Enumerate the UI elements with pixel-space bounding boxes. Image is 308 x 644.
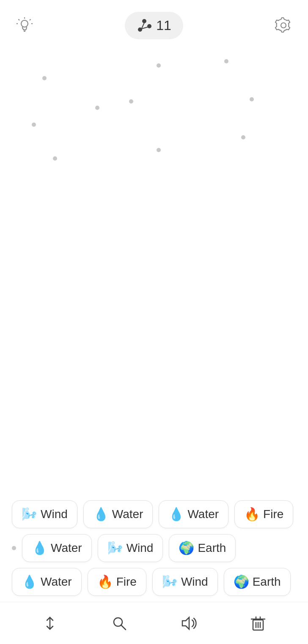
- bottom-toolbar: [0, 602, 308, 644]
- fire-label: Fire: [116, 575, 137, 589]
- card-water-0-2[interactable]: 💧Water: [159, 500, 228, 528]
- background-dot: [241, 135, 245, 139]
- card-water-2-0[interactable]: 💧Water: [12, 568, 82, 596]
- background-dot: [42, 76, 47, 80]
- sound-button[interactable]: [176, 611, 201, 636]
- wind-label: Wind: [126, 541, 154, 555]
- svg-line-16: [121, 625, 126, 630]
- card-water-1-0[interactable]: 💧Water: [22, 534, 92, 562]
- water-emoji: 💧: [22, 576, 37, 588]
- node-count-label: 11: [156, 18, 171, 33]
- cards-row-1: 💧Water🌬️Wind🌍Earth: [12, 534, 296, 562]
- search-button[interactable]: [107, 611, 132, 636]
- water-label: Water: [41, 575, 72, 589]
- card-earth-2-3[interactable]: 🌍Earth: [224, 568, 291, 596]
- card-wind-2-2[interactable]: 🌬️Wind: [152, 568, 218, 596]
- card-fire-0-3[interactable]: 🔥Fire: [234, 500, 293, 528]
- header: 11: [0, 0, 308, 51]
- wind-label: Wind: [41, 508, 68, 521]
- node-graph-icon: [137, 18, 152, 33]
- earth-label: Earth: [253, 575, 281, 589]
- water-label: Water: [112, 508, 143, 521]
- svg-point-13: [281, 23, 286, 28]
- water-label: Water: [187, 508, 219, 521]
- settings-icon[interactable]: [274, 16, 293, 35]
- background-dot: [224, 59, 228, 63]
- water-emoji: 💧: [168, 508, 184, 521]
- svg-line-4: [19, 19, 20, 21]
- background-dot: [129, 99, 133, 104]
- cards-row-2: 💧Water🔥Fire🌬️Wind🌍Earth: [12, 568, 296, 596]
- svg-line-12: [142, 23, 144, 28]
- fire-label: Fire: [263, 508, 283, 521]
- svg-point-9: [143, 19, 146, 23]
- wind-emoji: 🌬️: [107, 542, 123, 554]
- svg-point-8: [138, 28, 142, 31]
- wind-label: Wind: [181, 575, 208, 589]
- background-dot: [250, 97, 254, 101]
- dots-background: [0, 51, 308, 196]
- earth-emoji: 🌍: [179, 542, 194, 554]
- background-dot: [32, 123, 36, 127]
- svg-point-10: [148, 25, 151, 28]
- sort-button[interactable]: [37, 611, 63, 636]
- fire-emoji: 🔥: [97, 576, 113, 588]
- card-earth-1-2[interactable]: 🌍Earth: [169, 534, 236, 562]
- delete-button[interactable]: [245, 611, 271, 636]
- lightbulb-icon[interactable]: [15, 16, 34, 35]
- wind-emoji: 🌬️: [162, 576, 178, 588]
- fire-emoji: 🔥: [244, 508, 260, 521]
- svg-line-5: [30, 19, 31, 21]
- earth-label: Earth: [198, 541, 226, 555]
- card-wind-0-0[interactable]: 🌬️Wind: [12, 500, 77, 528]
- cards-row-0: 🌬️Wind💧Water💧Water🔥Fire: [12, 500, 296, 528]
- wind-emoji: 🌬️: [22, 508, 37, 521]
- water-emoji: 💧: [93, 508, 109, 521]
- water-label: Water: [51, 541, 82, 555]
- node-counter-pill[interactable]: 11: [125, 12, 183, 39]
- row-dot: [12, 546, 16, 550]
- svg-point-0: [21, 20, 28, 27]
- background-dot: [157, 63, 161, 68]
- earth-emoji: 🌍: [234, 576, 249, 588]
- cards-area: 🌬️Wind💧Water💧Water🔥Fire💧Water🌬️Wind🌍Eart…: [0, 500, 308, 602]
- background-dot: [53, 156, 57, 161]
- water-emoji: 💧: [32, 542, 47, 554]
- background-dot: [157, 148, 161, 152]
- background-dot: [95, 106, 99, 110]
- card-water-0-1[interactable]: 💧Water: [83, 500, 153, 528]
- card-fire-2-1[interactable]: 🔥Fire: [88, 568, 146, 596]
- card-wind-1-1[interactable]: 🌬️Wind: [98, 534, 163, 562]
